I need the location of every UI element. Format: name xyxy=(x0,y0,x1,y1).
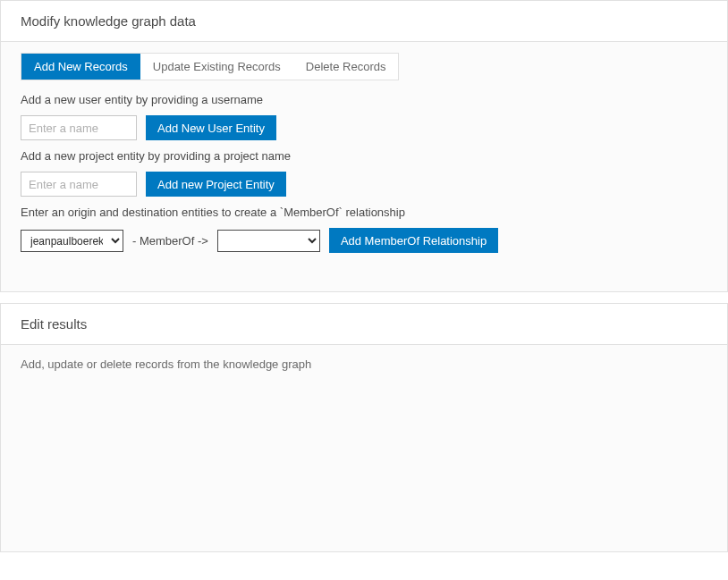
relationship-label: Enter an origin and destination entities… xyxy=(21,206,707,219)
project-name-input[interactable] xyxy=(21,172,137,197)
tab-update-existing-records[interactable]: Update Existing Records xyxy=(140,54,293,80)
edit-results-title: Edit results xyxy=(1,304,727,344)
modify-kg-body: Add New Records Update Existing Records … xyxy=(1,41,727,291)
edit-results-panel: Edit results Add, update or delete recor… xyxy=(0,303,728,552)
origin-entity-select[interactable]: jeanpaulboerekamps xyxy=(21,230,123,252)
record-tabs: Add New Records Update Existing Records … xyxy=(21,53,399,80)
modify-kg-title: Modify knowledge graph data xyxy=(1,1,727,41)
user-name-input[interactable] xyxy=(21,115,137,140)
memberof-text: - MemberOf -> xyxy=(132,234,208,248)
add-memberof-relationship-button[interactable]: Add MemberOf Relationship xyxy=(329,228,498,253)
tab-add-new-records[interactable]: Add New Records xyxy=(21,54,140,80)
add-project-entity-button[interactable]: Add new Project Entity xyxy=(146,172,286,197)
user-entity-label: Add a new user entity by providing a use… xyxy=(21,93,707,106)
project-entity-label: Add a new project entity by providing a … xyxy=(21,149,707,163)
destination-entity-select[interactable] xyxy=(217,230,320,252)
modify-kg-panel: Modify knowledge graph data Add New Reco… xyxy=(0,0,728,292)
add-user-entity-button[interactable]: Add New User Entity xyxy=(146,115,276,140)
tab-delete-records[interactable]: Delete Records xyxy=(293,54,399,80)
edit-results-message: Add, update or delete records from the k… xyxy=(21,357,311,371)
edit-results-body: Add, update or delete records from the k… xyxy=(1,344,727,551)
